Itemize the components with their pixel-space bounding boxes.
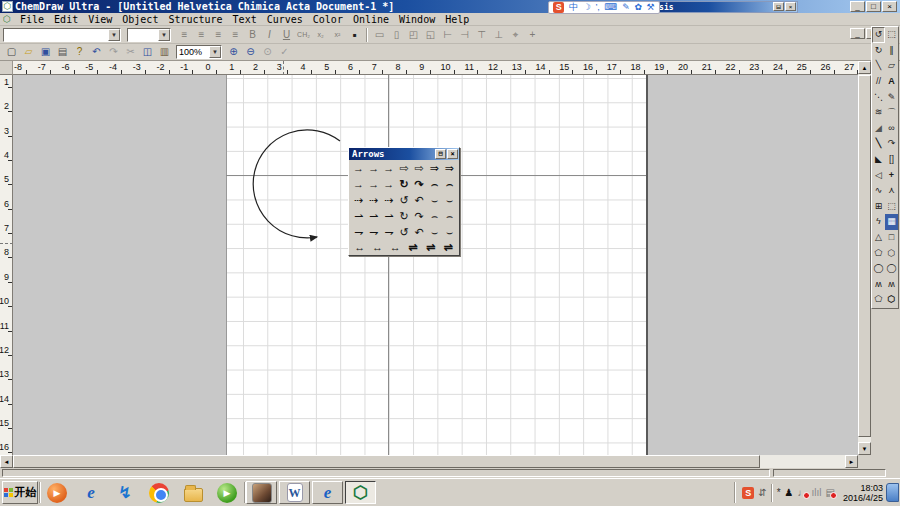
center-horizontal-button[interactable]: +: [524, 28, 541, 42]
menu-help[interactable]: Help: [440, 14, 474, 25]
formula-button[interactable]: CH₂: [295, 28, 312, 42]
arc-cw-180[interactable]: ↷: [412, 179, 427, 190]
menu-color[interactable]: Color: [308, 14, 348, 25]
quicklaunch-file-explorer[interactable]: [176, 481, 210, 505]
hashed-wedge-bond-tool[interactable]: ◢: [872, 121, 885, 137]
variable-attachment-tool[interactable]: ⋏: [885, 183, 898, 199]
bold-button[interactable]: B: [244, 28, 261, 42]
ime-shape-mode-icon[interactable]: ☽: [583, 3, 591, 12]
app-restore-button[interactable]: □: [866, 1, 881, 12]
chemical-symbol-tool[interactable]: +: [885, 167, 898, 183]
arc-ccw-270[interactable]: ↺: [396, 195, 411, 206]
arrow-hollow-small[interactable]: ⇨: [412, 163, 427, 174]
menu-view[interactable]: View: [83, 14, 117, 25]
ime-soft-keyboard-icon[interactable]: ⌨: [605, 3, 618, 12]
arrow-dashed-small[interactable]: ⇢: [351, 195, 366, 206]
ime-chinese-mode-icon[interactable]: 中: [569, 3, 578, 12]
send-to-back-button[interactable]: ◱: [422, 28, 439, 42]
taskbar-chemdraw-window-button[interactable]: ⬡: [345, 481, 376, 504]
template-tool[interactable]: ▦: [885, 214, 898, 230]
cyclopentane-tool[interactable]: ⬠: [872, 245, 885, 261]
horizontal-scroll-thumb[interactable]: [13, 455, 760, 468]
menu-structure[interactable]: Structure: [163, 14, 227, 25]
taskbar-clock[interactable]: 18:03 2016/4/25: [843, 483, 883, 503]
quicklaunch-media-player[interactable]: ▶: [40, 481, 74, 505]
app-minimize-button[interactable]: _: [850, 1, 865, 12]
half-arc-cw-270[interactable]: ↻: [396, 211, 411, 222]
bring-to-front-button[interactable]: ◰: [405, 28, 422, 42]
tray-language-icon[interactable]: ⇵: [758, 488, 766, 498]
tray-sogou-icon[interactable]: S: [742, 487, 754, 499]
half-arc-down-120[interactable]: ⌣: [427, 227, 442, 238]
arrow-double-headed-medium[interactable]: ↔: [369, 242, 387, 253]
arrow-open-double[interactable]: ⇒: [427, 163, 442, 174]
half-arrow-bottom-small[interactable]: ⇁: [351, 227, 366, 238]
table-tool[interactable]: ⊞: [872, 199, 885, 215]
equilibrium-medium[interactable]: ⇌: [422, 242, 440, 253]
half-arrow-top-medium[interactable]: ⇀: [366, 211, 381, 222]
arrows-palette-titlebar[interactable]: Arrows ⊟×: [349, 148, 459, 160]
subscript-button[interactable]: x₂: [312, 28, 329, 42]
hashed-bond-tool[interactable]: ≋: [872, 105, 885, 121]
actual-size-button[interactable]: ⊙: [259, 45, 276, 59]
cyclopentadiene-tool[interactable]: ⬠: [872, 292, 885, 308]
eraser-tool[interactable]: ▱: [885, 58, 898, 74]
wavy-bond-tool[interactable]: ∿: [872, 183, 885, 199]
orbital-tool[interactable]: ∞: [885, 121, 898, 137]
menu-object[interactable]: Object: [117, 14, 163, 25]
menu-text[interactable]: Text: [228, 14, 262, 25]
chain-pencil-tool[interactable]: ✎: [885, 89, 898, 105]
page-marquee-tool[interactable]: ⬚: [885, 199, 898, 215]
cyclohexane-tool[interactable]: ⬡: [885, 245, 898, 261]
tray-misc-icon[interactable]: *: [777, 488, 781, 498]
chair-cyclohexane-tool-2[interactable]: ʍ: [885, 277, 898, 293]
cyclobutane-tool[interactable]: □: [885, 230, 898, 246]
color-button[interactable]: ▪: [346, 28, 363, 42]
half-arc-cw-90[interactable]: ⌢: [442, 211, 457, 222]
lasso-select-tool[interactable]: ↺: [872, 27, 885, 43]
quicklaunch-chrome[interactable]: [142, 481, 176, 505]
size-combo-arrow-icon[interactable]: ▼: [158, 29, 170, 41]
half-arrow-top-large[interactable]: ⇀: [381, 211, 396, 222]
arrow-dashed-large[interactable]: ⇢: [381, 195, 396, 206]
quicklaunch-internet-explorer[interactable]: e: [74, 481, 108, 505]
align-justify-button[interactable]: ≡: [227, 28, 244, 42]
scroll-down-arrow-icon[interactable]: ▼: [858, 442, 871, 455]
start-button[interactable]: 开始: [2, 481, 38, 504]
half-arc-down-90[interactable]: ⌣: [442, 227, 457, 238]
tray-network-error-icon[interactable]: ▤: [826, 488, 835, 498]
analysis-rollup-button[interactable]: ⊟: [773, 2, 784, 11]
align-left-object-button[interactable]: ⊢: [439, 28, 456, 42]
menu-curves[interactable]: Curves: [262, 14, 308, 25]
paste-button[interactable]: ▥: [156, 45, 173, 59]
taskbar-ie-window-button[interactable]: e: [312, 481, 343, 504]
zoom-out-button[interactable]: ⊖: [242, 45, 259, 59]
scroll-up-arrow-icon[interactable]: ▲: [858, 61, 871, 74]
menu-edit[interactable]: Edit: [49, 14, 83, 25]
show-desktop-button[interactable]: [886, 483, 899, 502]
group-button[interactable]: ▭: [371, 28, 388, 42]
underline-button[interactable]: U: [278, 28, 295, 42]
chair-cyclohexane-tool-1[interactable]: ʍ: [872, 277, 885, 293]
align-center-button[interactable]: ≡: [193, 28, 210, 42]
align-right-button[interactable]: ≡: [210, 28, 227, 42]
half-arrow-bottom-large[interactable]: ⇁: [381, 227, 396, 238]
equilibrium-large[interactable]: ⇌: [404, 242, 422, 253]
zoom-combo[interactable]: 100% ▼: [176, 45, 222, 59]
equilibrium-small[interactable]: ⇌: [439, 242, 457, 253]
arrow-double-headed-bold[interactable]: ↔: [351, 242, 369, 253]
benzene-tool[interactable]: ⬡: [885, 292, 898, 308]
marquee-select-tool[interactable]: ⬚: [885, 27, 898, 43]
cyclooctane-tool[interactable]: ◯: [885, 261, 898, 277]
scroll-right-arrow-icon[interactable]: ►: [845, 455, 858, 468]
menu-online[interactable]: Online: [348, 14, 394, 25]
copy-button[interactable]: ◫: [139, 45, 156, 59]
text-tool[interactable]: A: [885, 74, 898, 90]
align-top-object-button[interactable]: ⊤: [473, 28, 490, 42]
ime-toolbox-icon[interactable]: ⚒: [647, 3, 655, 12]
bold-bond-tool[interactable]: ╲: [872, 136, 885, 152]
half-arrow-top-small[interactable]: ⇀: [351, 211, 366, 222]
align-bottom-object-button[interactable]: ⊥: [490, 28, 507, 42]
cut-button[interactable]: ✂: [122, 45, 139, 59]
align-right-object-button[interactable]: ⊣: [456, 28, 473, 42]
